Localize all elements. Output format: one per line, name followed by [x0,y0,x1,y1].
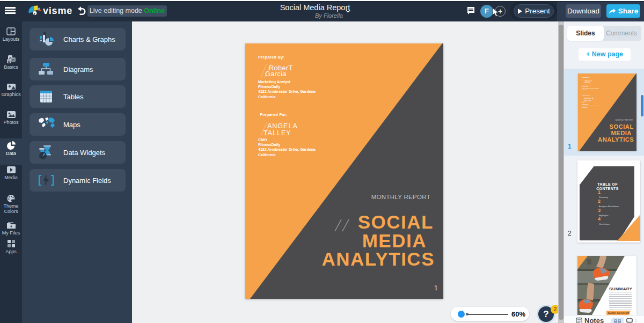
svg-text:B: B [8,60,10,63]
svg-text:C: C [12,58,14,62]
